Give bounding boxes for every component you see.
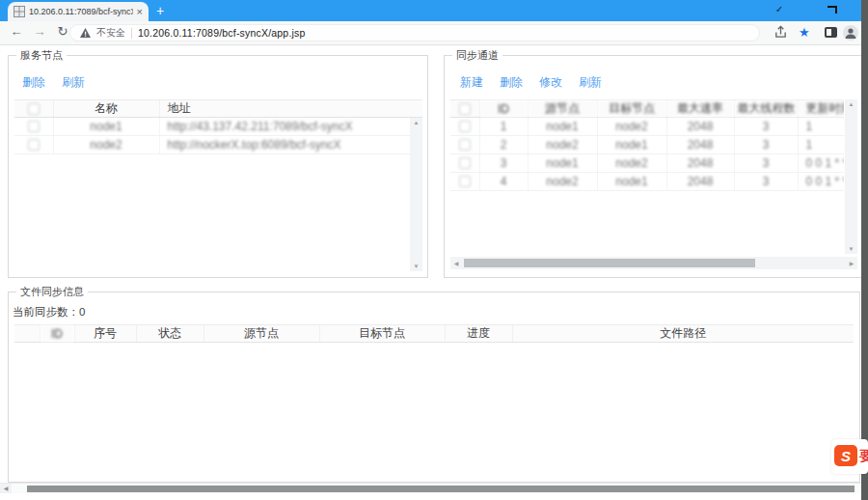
row-checkbox[interactable]: [28, 139, 40, 151]
side-panel-icon[interactable]: [825, 27, 837, 38]
omnibox-divider: [131, 28, 132, 39]
table-row[interactable]: 2node2node1204831: [450, 136, 844, 154]
sync-channels-toolbar: 新建 删除 修改 刷新: [460, 74, 602, 91]
screenshot-tool-watermark: S 要: [831, 439, 868, 474]
sync-channels-legend: 同步通道: [452, 48, 502, 63]
profile-avatar-icon[interactable]: [843, 25, 858, 41]
new-button[interactable]: 新建: [460, 74, 483, 91]
scroll-left-icon[interactable]: ◀: [0, 484, 12, 493]
row-checkbox[interactable]: [459, 139, 471, 151]
watermark-label: 要: [859, 448, 868, 465]
modify-button[interactable]: 修改: [539, 74, 562, 91]
cell: node1: [528, 118, 597, 136]
row-checkbox-cell: [450, 154, 479, 173]
file-sync-legend: 文件同步信息: [16, 285, 88, 299]
scroll-down-icon[interactable]: ▼: [414, 264, 420, 269]
table-row[interactable]: node1http://43.137.42.211:7089/bcf-syncX: [14, 118, 422, 136]
cell: node2: [528, 173, 597, 191]
window-corner-icon: [827, 6, 837, 14]
table-row[interactable]: 1node1node2204831: [450, 118, 844, 136]
table-row[interactable]: 4node2node1204830 0 1 * * ?: [450, 173, 844, 191]
row-checkbox[interactable]: [459, 121, 471, 132]
row-checkbox-cell: [14, 136, 53, 154]
row-checkbox-cell: [450, 173, 479, 191]
cell: 1: [798, 118, 844, 136]
row-checkbox-cell: [450, 118, 479, 136]
vertical-scrollbar[interactable]: ▲ ▼: [410, 118, 422, 271]
cell: http://43.137.42.211:7089/bcf-syncX: [159, 118, 422, 136]
not-secure-warning-icon: [80, 28, 91, 38]
cell: 2048: [666, 118, 734, 136]
cell: node1: [597, 136, 666, 154]
column-header: 文件路径: [512, 325, 854, 343]
table-row[interactable]: 3node1node2204830 0 1 * * ?: [450, 154, 844, 173]
column-header: ID: [40, 325, 74, 343]
cell: node2: [528, 136, 597, 154]
sync-channels-panel: 同步通道 新建 删除 修改 刷新 ID源节点目标节点最大速率最大线程数更新时间 …: [444, 48, 868, 278]
scroll-up-icon[interactable]: ▲: [849, 101, 854, 107]
scrollbar-thumb[interactable]: [464, 259, 755, 267]
share-icon[interactable]: [773, 25, 788, 40]
column-header: 目标节点: [319, 325, 445, 343]
service-nodes-toolbar: 删除 刷新: [22, 74, 85, 91]
scrollbar-track[interactable]: [462, 257, 846, 269]
row-checkbox[interactable]: [459, 176, 471, 187]
scroll-left-icon[interactable]: ◀: [450, 260, 462, 266]
row-checkbox[interactable]: [28, 121, 40, 132]
cell: node1: [528, 154, 597, 173]
column-header: 名称: [53, 100, 159, 118]
cell: 3: [734, 136, 798, 154]
cell: http://nockerX.top:6089/bcf-syncX: [159, 136, 422, 154]
forward-button[interactable]: →: [31, 24, 48, 39]
cell: 3: [734, 154, 798, 173]
tab-close-icon[interactable]: ×: [137, 7, 143, 17]
service-nodes-panel: 服务节点 删除 刷新 名称地址 node1http://43.137.42.21…: [8, 48, 428, 278]
back-button[interactable]: ←: [8, 24, 25, 39]
new-tab-button[interactable]: +: [156, 3, 164, 18]
scroll-down-icon[interactable]: ▼: [849, 246, 854, 252]
scrollbar-thumb[interactable]: [27, 486, 854, 492]
select-all-checkbox[interactable]: [28, 103, 40, 115]
cell: 0 0 1 * * ?: [798, 173, 844, 191]
refresh-button[interactable]: 刷新: [579, 74, 602, 91]
cell: 2048: [666, 154, 734, 173]
browser-tab[interactable]: 10.206.0.11:7089/bcf-syncX/ap ×: [8, 2, 149, 21]
service-nodes-legend: 服务节点: [16, 48, 67, 63]
address-bar[interactable]: 不安全 10.206.0.11:7089/bcf-syncX/app.jsp: [69, 24, 760, 42]
cell: node1: [597, 173, 666, 191]
column-header: 进度: [445, 325, 512, 343]
url-text: 10.206.0.11:7089/bcf-syncX/app.jsp: [138, 27, 306, 39]
bookmark-star-icon[interactable]: ★: [799, 25, 810, 41]
service-nodes-table-wrap: 名称地址 node1http://43.137.42.211:7089/bcf-…: [14, 99, 422, 271]
column-header: 状态: [136, 325, 203, 343]
table-row[interactable]: node2http://nockerX.top:6089/bcf-syncX: [14, 136, 422, 154]
file-sync-table-wrap: ID序号状态源节点目标节点进度文件路径: [14, 324, 854, 478]
cell: 1: [479, 118, 528, 136]
cell: 3: [734, 173, 798, 191]
select-all-checkbox-cell: [14, 100, 53, 118]
vertical-scrollbar[interactable]: ▲ ▼: [845, 99, 857, 254]
horizontal-scrollbar[interactable]: ◀ ▶: [450, 257, 857, 269]
scroll-up-icon[interactable]: ▲: [414, 120, 420, 125]
blank-header-cell: [14, 325, 40, 343]
delete-button[interactable]: 删除: [500, 74, 523, 91]
screen-edge-strip: [861, 0, 868, 500]
cell: node2: [597, 154, 666, 173]
header-row: 名称地址: [14, 100, 422, 118]
column-header: 目标节点: [597, 100, 666, 118]
column-header: 地址: [159, 100, 422, 118]
cell: node2: [53, 136, 159, 154]
column-header: 最大线程数: [734, 100, 798, 118]
row-checkbox[interactable]: [459, 157, 471, 169]
service-nodes-table: 名称地址 node1http://43.137.42.211:7089/bcf-…: [14, 99, 422, 154]
cell: node1: [53, 118, 159, 136]
page-horizontal-scrollbar[interactable]: ◀: [0, 483, 861, 493]
refresh-button[interactable]: 刷新: [62, 74, 85, 91]
scroll-right-icon[interactable]: ▶: [846, 260, 857, 266]
cell: 0 0 1 * * ?: [798, 154, 844, 173]
delete-button[interactable]: 删除: [22, 74, 45, 91]
browser-toolbar: ← → ↻ 不安全 10.206.0.11:7089/bcf-syncX/app…: [0, 21, 868, 45]
file-sync-table: ID序号状态源节点目标节点进度文件路径: [14, 324, 854, 343]
select-all-checkbox[interactable]: [459, 103, 471, 115]
sync-channels-table: ID源节点目标节点最大速率最大线程数更新时间 1node1node2204831…: [450, 99, 844, 191]
